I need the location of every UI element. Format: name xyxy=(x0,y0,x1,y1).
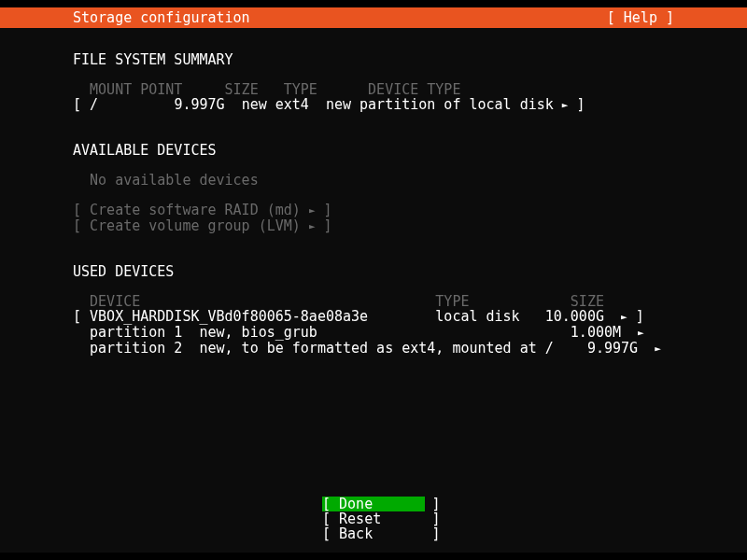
bracket-open: [ xyxy=(73,96,90,113)
create-raid-label: Create software RAID (md) xyxy=(90,202,301,218)
chevron-right-icon: ► xyxy=(309,204,316,217)
page-title: Storage configuration xyxy=(73,10,250,25)
main-content: FILE SYSTEM SUMMARY MOUNT POINT SIZE TYP… xyxy=(73,52,674,357)
partition-desc: new, to be formatted as ext4, mounted at… xyxy=(199,340,553,357)
back-label: Back xyxy=(339,525,373,542)
chevron-right-icon: ► xyxy=(621,311,627,323)
no-available-devices-label: No available devices xyxy=(90,172,259,189)
partition-label: partition 1 xyxy=(90,324,182,341)
partition-size: 1.000M xyxy=(571,324,621,341)
create-lvm-label: Create volume group (LVM) xyxy=(90,217,301,234)
help-button[interactable]: [ Help ] xyxy=(607,10,674,25)
used-devices-columns: DEVICE TYPE SIZE xyxy=(73,294,674,309)
fs-size: 9.997G xyxy=(174,96,224,113)
disk-size: 10.000G xyxy=(545,308,604,325)
no-available-devices: No available devices xyxy=(73,173,674,188)
available-devices-header: AVAILABLE DEVICES xyxy=(73,143,674,158)
create-raid-button[interactable]: [ Create software RAID (md) ► ] xyxy=(73,203,674,218)
used-devices-header: USED DEVICES xyxy=(73,264,674,279)
action-buttons: [ Done ] [ Reset ] [ Back ] xyxy=(0,497,747,541)
partition-row[interactable]: partition 1 new, bios_grub 1.000M ► xyxy=(73,325,674,341)
bracket-close: ] xyxy=(568,96,585,113)
partition-desc: new, bios_grub xyxy=(199,324,317,341)
fs-summary-columns: MOUNT POINT SIZE TYPE DEVICE TYPE xyxy=(73,82,674,97)
fs-summary-row[interactable]: [ / 9.997G new ext4 new partition of loc… xyxy=(73,97,674,113)
create-lvm-button[interactable]: [ Create volume group (LVM) ► ] xyxy=(73,218,674,234)
file-system-summary-header: FILE SYSTEM SUMMARY xyxy=(73,52,674,67)
back-button[interactable]: [ Back ] xyxy=(322,526,425,541)
partition-label: partition 2 xyxy=(90,340,182,357)
partition-size: 9.997G xyxy=(587,340,638,357)
partition-row[interactable]: partition 2 new, to be formatted as ext4… xyxy=(73,341,674,357)
done-button[interactable]: [ Done ] xyxy=(322,497,425,511)
titlebar: Storage configuration [ Help ] xyxy=(0,7,747,28)
chevron-right-icon: ► xyxy=(638,327,644,339)
fs-device-type: new partition of local disk xyxy=(326,96,554,113)
disk-type: local disk xyxy=(435,308,519,325)
chevron-right-icon: ► xyxy=(655,343,661,355)
fs-type: new ext4 xyxy=(242,96,309,113)
chevron-right-icon: ► xyxy=(309,220,316,232)
reset-button[interactable]: [ Reset ] xyxy=(322,511,425,526)
fs-mount-point: / xyxy=(90,96,98,113)
disk-name: VBOX_HARDDISK_VBd0f80065-8ae08a3e xyxy=(90,308,368,325)
used-disk-row[interactable]: [ VBOX_HARDDISK_VBd0f80065-8ae08a3e loca… xyxy=(73,309,674,325)
